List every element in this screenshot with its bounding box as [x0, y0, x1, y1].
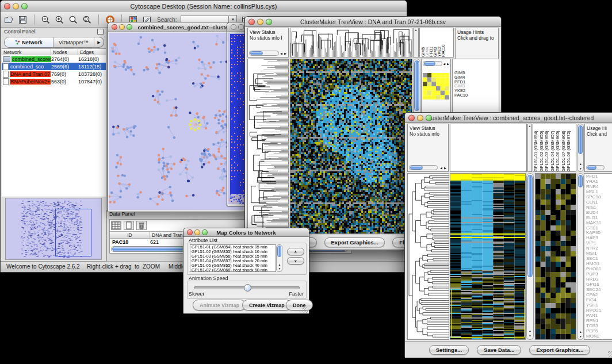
scroll-up-arrow[interactable]: ▲ [529, 329, 531, 332]
zoom-window-button[interactable] [202, 229, 208, 235]
gene-label[interactable]: SPC98 [586, 195, 612, 200]
scroll-right-arrow[interactable]: ▶ [284, 52, 286, 55]
move-down-button[interactable]: ∨ [287, 257, 304, 265]
tv1-summary-hscroll[interactable] [423, 61, 442, 66]
tv2-usage-hscroll[interactable] [586, 165, 605, 170]
minimize-button[interactable] [238, 24, 244, 30]
attribute-listbox[interactable]: GPL51-01 (GSM854) heat shock 05 minGPL51… [190, 244, 276, 272]
row-dendrogram-canvas[interactable] [408, 174, 449, 339]
attribute-list-vscroll[interactable]: ▲ ▼ [276, 244, 282, 272]
column-label[interactable]: PAC10 [441, 28, 445, 57]
cluster-matrix-canvas[interactable] [423, 73, 449, 99]
attribute-item[interactable]: GPL51-07 (GSM868) heat shock 60 min [192, 268, 276, 272]
gene-label[interactable]: SEC1 [586, 256, 612, 262]
trash-icon[interactable] [136, 221, 147, 230]
network-row[interactable]: DNA and Tran 07 769(0) 183728(0) [2, 70, 106, 78]
network-graph-canvas[interactable] [109, 33, 243, 210]
gene-label[interactable]: ELG1 [586, 216, 612, 221]
gene-label[interactable]: YRA1 [586, 179, 612, 185]
gene-label[interactable]: MSI1 [586, 251, 612, 256]
gene-label[interactable]: KAP95 [586, 231, 612, 236]
scroll-left-arrow[interactable]: ◀ [280, 52, 282, 55]
gene-label[interactable]: NIS1 [586, 205, 612, 210]
new-page-icon[interactable] [124, 221, 134, 230]
treeview1-titlebar[interactable]: ClusterMaker TreeView : DNA and Tran 07-… [245, 17, 501, 27]
main-titlebar[interactable]: Cytoscape Desktop (Session Name: collins… [1, 1, 407, 13]
gene-label[interactable]: PAC10 [454, 93, 499, 98]
resize-grip[interactable] [608, 351, 612, 357]
gene-label[interactable]: HAP3 [586, 236, 612, 241]
scroll-thumb[interactable] [424, 62, 435, 66]
dialog-titlebar[interactable]: Map Colors to Network [183, 228, 309, 237]
treeview-button[interactable]: Save Data... [477, 345, 521, 355]
network-view-titlebar[interactable]: combined_scores_good.txt--cluste... [108, 22, 245, 32]
minimize-button[interactable] [13, 3, 19, 10]
scroll-up-arrow[interactable]: ▲ [579, 331, 582, 334]
gene-label[interactable]: CLN1 [586, 200, 612, 205]
scroll-down-arrow[interactable]: ▼ [579, 335, 582, 338]
col-id[interactable]: ID [110, 232, 150, 238]
move-up-button[interactable]: ∧ [287, 248, 304, 255]
speed-slider-track[interactable] [194, 286, 300, 289]
zoom-detail-canvas[interactable] [536, 174, 576, 339]
column-label[interactable]: GIM3 [433, 28, 437, 57]
tv2-genelist-vscroll[interactable]: ▲ ▼ [577, 173, 584, 340]
minimize-button[interactable] [194, 229, 200, 235]
scroll-thumb[interactable] [578, 125, 583, 154]
gene-label[interactable]: GTB1 [586, 226, 612, 231]
animate-vizmap-button[interactable]: Animate Vizmap [193, 300, 246, 311]
tv2-status-hscroll[interactable] [409, 165, 438, 170]
zoom-in-icon[interactable] [55, 15, 64, 25]
tv2-column-dendrogram-pane[interactable] [450, 124, 527, 172]
tv2-collabel-vscroll[interactable]: ▲ ▼ [577, 124, 584, 172]
scroll-down-arrow[interactable]: ▼ [278, 267, 281, 270]
tab-network[interactable]: Network [5, 37, 53, 47]
scroll-up-arrow[interactable]: ▲ [278, 263, 281, 266]
scroll-thumb[interactable] [527, 175, 533, 277]
tv1-row-dendrogram-pane[interactable] [247, 59, 289, 234]
close-button[interactable] [248, 18, 255, 25]
gene-label[interactable]: GPI16 [586, 282, 612, 288]
gene-label[interactable]: FIG4 [586, 298, 612, 303]
scroll-left-arrow[interactable]: ◀ [443, 62, 445, 66]
create-vizmap-button[interactable]: Create Vizmap [242, 300, 292, 311]
network-row[interactable]: combined_sco 2569(6) 13112(15) [2, 63, 106, 70]
scroll-right-arrow[interactable]: ▶ [444, 166, 446, 170]
close-button[interactable] [408, 114, 415, 121]
treeview-button[interactable]: Export Graphics... [529, 345, 590, 355]
open-session-icon[interactable] [4, 15, 14, 25]
gene-label[interactable]: RPO21 [586, 308, 612, 313]
gene-label[interactable]: SEC24 [586, 288, 612, 293]
column-label[interactable]: GPL51-01 (GSM854) [534, 124, 540, 171]
treeview-button[interactable]: Settings... [429, 345, 469, 355]
scroll-thumb[interactable] [410, 166, 423, 170]
gene-label[interactable]: VIP1 [586, 241, 612, 246]
tab-vizmapper[interactable]: VizMapper™ [53, 37, 94, 47]
column-label[interactable]: GPL51-04 (GSM857) [550, 124, 556, 171]
network-row[interactable]: combined_scores 2764(0) 16218(0) [2, 55, 106, 63]
tv1-status-hscroll[interactable] [249, 51, 279, 56]
table-grid-icon[interactable] [111, 221, 121, 230]
tv1-heatmap-pane[interactable] [290, 59, 412, 234]
gene-label[interactable]: TCB3 [586, 324, 612, 329]
tv1-column-dendrogram-pane[interactable] [290, 28, 412, 58]
scroll-thumb[interactable] [578, 175, 583, 187]
gene-label[interactable]: BUD4 [586, 210, 612, 216]
column-label[interactable]: GIM4 [425, 28, 429, 57]
done-button[interactable]: Done [286, 300, 313, 311]
treeview2-titlebar[interactable]: ClusterMaker TreeView : combined_scores_… [405, 113, 612, 123]
close-button[interactable] [187, 229, 193, 235]
gene-label[interactable]: PEP5 [586, 329, 612, 334]
close-button[interactable] [231, 24, 236, 30]
zoom-window-button[interactable] [21, 3, 28, 10]
column-label[interactable]: GIM5 [421, 28, 425, 57]
scroll-right-arrow[interactable]: ▶ [447, 62, 449, 66]
zoom-out-icon[interactable] [41, 15, 51, 25]
zoom-window-button[interactable] [426, 114, 432, 121]
network-overview-canvas[interactable] [5, 198, 102, 260]
save-session-icon[interactable] [18, 15, 28, 25]
zoom-window-button[interactable] [266, 18, 272, 25]
minimize-button[interactable] [417, 114, 423, 121]
network-row[interactable]: RNAPuberNov2+ 563(0) 107847(0) [2, 78, 106, 85]
tv2-zoom-pane[interactable] [535, 173, 576, 340]
